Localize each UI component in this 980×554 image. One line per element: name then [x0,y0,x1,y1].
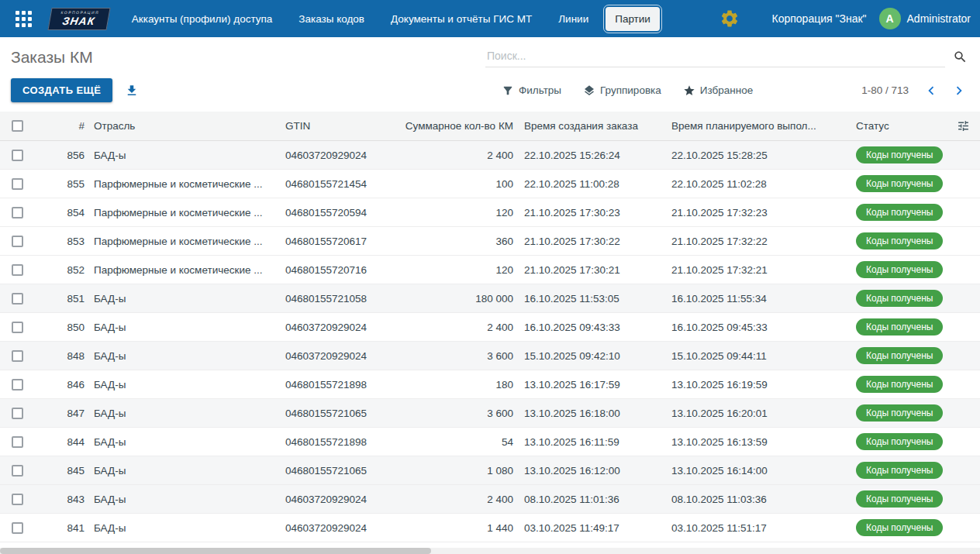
quantity-cell: 3 600 [392,399,518,427]
column-header-created[interactable]: Время создания заказа [518,112,667,140]
table-header: # Отрасль GTIN Суммарное кол-во КМ Время… [0,112,980,141]
tune-icon [957,119,970,132]
status-cell: Коды получены [853,141,946,169]
table-row[interactable]: 851 БАД-ы 04680155721058 180 000 16.10.2… [0,284,980,313]
nav-item-documents-gis-mt[interactable]: Документы и отчёты ГИС МТ [381,7,541,31]
favorites-button[interactable]: Избранное [683,84,753,97]
order-number-cell: 853 [34,227,91,255]
search-input[interactable] [485,46,945,67]
row-actions-cell [946,227,980,255]
status-cell: Коды получены [853,256,946,284]
order-number-cell: 847 [34,399,91,427]
apps-menu-button[interactable] [9,5,37,33]
status-badge: Коды получены [856,146,943,163]
chevron-left-icon [923,82,940,99]
nav-item-code-orders[interactable]: Заказы кодов [289,7,374,31]
column-header-status[interactable]: Статус [853,112,946,140]
industry-cell: БАД-ы [91,514,279,542]
column-header-gtin[interactable]: GTIN [279,112,392,140]
quantity-cell: 54 [392,428,518,456]
planned-time-cell: 13.10.2025 16:20:01 [667,399,853,427]
row-checkbox[interactable] [12,322,23,333]
planned-time-cell: 22.10.2025 11:02:28 [667,170,853,198]
row-checkbox[interactable] [12,207,23,219]
search-button[interactable] [951,48,969,66]
status-badge: Коды получены [856,175,943,192]
avatar: A [879,8,901,29]
industry-cell: БАД-ы [91,342,279,370]
table-row[interactable]: 853 Парфюмерные и косметические ... 0468… [0,227,980,256]
row-checkbox[interactable] [12,350,23,362]
industry-cell: БАД-ы [91,456,279,484]
table-row[interactable]: 855 Парфюмерные и косметические ... 0468… [0,170,980,198]
row-actions-cell [946,399,980,427]
table-row[interactable]: 854 Парфюмерные и косметические ... 0468… [0,198,980,227]
status-badge: Коды получены [856,462,943,479]
page-head: Заказы КМ [0,37,980,67]
user-menu[interactable]: A Administrator [879,8,971,29]
column-settings-button[interactable] [955,118,971,134]
status-badge: Коды получены [856,404,943,422]
table-row[interactable]: 846 БАД-ы 04680155721898 180 13.10.2025 … [0,370,980,399]
orders-table: # Отрасль GTIN Суммарное кол-во КМ Время… [0,112,980,542]
row-checkbox[interactable] [12,465,23,477]
order-number-cell: 851 [34,284,91,312]
row-checkbox[interactable] [12,293,23,305]
quantity-cell: 3 600 [392,342,518,370]
column-header-planned[interactable]: Время планируемого выпол... [667,112,853,140]
filters-label: Фильтры [519,84,561,96]
row-checkbox[interactable] [12,522,23,534]
nav-item-lines[interactable]: Линии [549,7,598,31]
download-button[interactable] [125,84,139,98]
industry-cell: БАД-ы [91,313,279,341]
row-checkbox[interactable] [12,150,23,161]
quantity-cell: 2 400 [392,141,518,169]
grouping-button[interactable]: Группировка [583,84,661,97]
row-checkbox[interactable] [12,408,23,419]
row-checkbox[interactable] [12,264,23,276]
row-checkbox[interactable] [12,379,23,391]
column-header-number[interactable]: # [34,112,91,140]
previous-page-button[interactable] [921,81,941,101]
row-checkbox[interactable] [12,494,23,505]
created-time-cell: 16.10.2025 11:53:05 [518,284,667,312]
column-header-industry[interactable]: Отрасль [91,112,279,140]
create-more-button[interactable]: СОЗДАТЬ ЕЩЁ [11,78,112,102]
row-checkbox[interactable] [12,178,23,190]
select-all-checkbox[interactable] [12,120,23,132]
page-title: Заказы КМ [11,47,93,67]
nav-item-batches[interactable]: Партии [606,7,660,31]
table-row[interactable]: 847 БАД-ы 04680155721065 3 600 13.10.202… [0,399,980,428]
nav-item-accounts[interactable]: Аккаунты (профили) доступа [122,7,282,31]
horizontal-scrollbar-thumb[interactable] [0,548,431,554]
layers-icon [583,84,595,97]
table-row[interactable]: 856 БАД-ы 04603720929024 2 400 22.10.202… [0,141,980,170]
status-cell: Коды получены [853,399,946,427]
table-row[interactable]: 845 БАД-ы 04680155721065 1 080 13.10.202… [0,456,980,485]
status-cell: Коды получены [853,514,946,542]
table-row[interactable]: 848 БАД-ы 04603720929024 3 600 15.10.202… [0,342,980,370]
horizontal-scrollbar[interactable] [0,548,980,554]
chevron-right-icon [951,82,968,99]
created-time-cell: 13.10.2025 16:12:00 [518,456,667,484]
settings-gear-button[interactable] [719,9,740,29]
table-row[interactable]: 843 БАД-ы 04603720929024 2 400 08.10.202… [0,485,980,514]
table-row[interactable]: 841 БАД-ы 04603720929024 1 440 03.10.202… [0,514,980,542]
table-row[interactable]: 844 БАД-ы 04680155721898 54 13.10.2025 1… [0,428,980,456]
row-checkbox[interactable] [12,436,23,448]
row-actions-cell [946,256,980,284]
column-header-quantity[interactable]: Суммарное кол-во КМ [392,112,518,140]
table-row[interactable]: 852 Парфюмерные и косметические ... 0468… [0,256,980,284]
next-page-button[interactable] [949,81,969,101]
view-actions: Фильтры Группировка Избранное [502,84,753,97]
table-row[interactable]: 850 БАД-ы 04603720929024 2 400 16.10.202… [0,313,980,342]
row-checkbox[interactable] [12,236,23,247]
row-actions-cell [946,485,980,513]
created-time-cell: 22.10.2025 11:00:28 [518,170,667,198]
status-badge: Коды получены [856,490,943,508]
status-cell: Коды получены [853,456,946,484]
status-cell: Коды получены [853,198,946,226]
filters-button[interactable]: Фильтры [502,84,561,97]
gtin-cell: 04680155721065 [279,399,392,427]
quantity-cell: 1 440 [392,514,518,542]
